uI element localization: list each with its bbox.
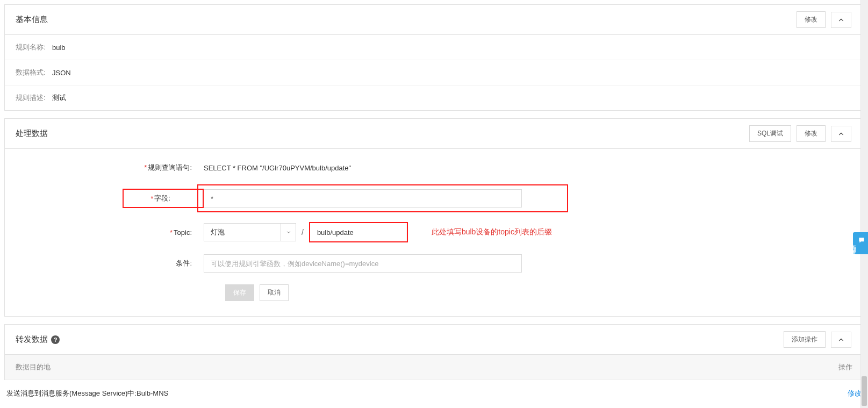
condition-label: 条件: — [176, 259, 192, 267]
field-label: 字段: — [154, 194, 170, 203]
condition-input[interactable] — [204, 254, 522, 273]
chat-icon — [857, 237, 866, 247]
process-data-title: 处理数据 — [16, 128, 48, 139]
topic-suffix-input[interactable] — [311, 224, 406, 241]
process-data-edit-button[interactable]: 修改 — [797, 125, 826, 142]
forward-data-title: 转发数据 — [16, 334, 48, 345]
rule-desc-row: 规则描述: 测试 — [5, 85, 863, 110]
vertical-scrollbar[interactable] — [860, 0, 868, 405]
topic-slash: / — [302, 228, 304, 237]
forward-data-panel: 转发数据 ? 添加操作 数据目的地 操作 — [4, 324, 864, 380]
rule-desc-label: 规则描述: — [16, 93, 52, 103]
basic-info-panel: 基本信息 修改 规则名称: bulb 数据格式: JSON 规则描述: 测试 — [4, 4, 864, 111]
forward-data-collapse-toggle[interactable] — [831, 332, 851, 348]
basic-info-collapse-toggle[interactable] — [831, 12, 851, 28]
field-input[interactable] — [204, 189, 522, 207]
basic-info-header: 基本信息 修改 — [5, 5, 863, 35]
help-icon[interactable]: ? — [51, 335, 60, 344]
col-action: 操作 — [838, 362, 852, 372]
scrollbar-thumb[interactable] — [862, 376, 867, 405]
rule-desc-value: 测试 — [52, 93, 66, 103]
topic-note: 此处填写bulb设备的topic列表的后缀 — [432, 227, 552, 237]
forward-row-edit-link[interactable]: 修改 — [848, 389, 862, 398]
form-buttons: 保存 取消 — [225, 284, 852, 301]
data-format-row: 数据格式: JSON — [5, 60, 863, 85]
field-row: *字段: — [16, 184, 852, 212]
add-operation-button[interactable]: 添加操作 — [784, 331, 826, 348]
rule-name-value: bulb — [52, 44, 66, 52]
rule-name-row: 规则名称: bulb — [5, 35, 863, 60]
sql-debug-button[interactable]: SQL调试 — [749, 125, 791, 142]
caret-down-icon — [281, 224, 296, 241]
save-button[interactable]: 保存 — [225, 284, 254, 301]
topic-label: Topic: — [174, 228, 192, 237]
chevron-up-icon — [837, 336, 845, 343]
forward-data-header: 转发数据 ? 添加操作 — [5, 325, 863, 355]
process-data-header: 处理数据 SQL调试 修改 — [5, 119, 863, 149]
chevron-up-icon — [837, 16, 845, 24]
data-format-value: JSON — [52, 69, 71, 77]
float-tab-text: 咨询·建议 — [849, 239, 857, 246]
data-format-label: 数据格式: — [16, 68, 52, 77]
condition-row: 条件: — [16, 254, 852, 273]
process-data-collapse-toggle[interactable] — [831, 126, 851, 142]
forward-table-row: 发送消息到消息服务(Message Service)中:Bulb-MNS 修改 — [4, 380, 864, 400]
query-row: *规则查询语句: SELECT * FROM "/UGlr70uPYVM/bul… — [16, 163, 852, 173]
forward-table-header: 数据目的地 操作 — [5, 355, 863, 380]
query-label: 规则查询语句: — [148, 163, 192, 171]
basic-info-body: 规则名称: bulb 数据格式: JSON 规则描述: 测试 — [5, 35, 863, 110]
query-value: SELECT * FROM "/UGlr70uPYVM/bulb/update" — [204, 164, 351, 172]
col-destination: 数据目的地 — [16, 362, 51, 372]
topic-row: *Topic: 灯泡 / 此处填写bulb设备的topic列表的后缀 — [16, 222, 852, 242]
cancel-button[interactable]: 取消 — [260, 284, 289, 301]
basic-info-title: 基本信息 — [16, 15, 48, 25]
process-data-form: *规则查询语句: SELECT * FROM "/UGlr70uPYVM/bul… — [5, 149, 863, 316]
chevron-up-icon — [837, 130, 845, 138]
rule-name-label: 规则名称: — [16, 42, 52, 52]
process-data-panel: 处理数据 SQL调试 修改 *规则查询语句: SELECT * FROM "/U… — [4, 118, 864, 317]
topic-select[interactable]: 灯泡 — [204, 223, 296, 241]
basic-info-edit-button[interactable]: 修改 — [797, 11, 826, 28]
forward-row-text: 发送消息到消息服务(Message Service)中:Bulb-MNS — [6, 389, 168, 398]
feedback-float-tab[interactable]: 咨询·建议 — [853, 232, 868, 254]
topic-select-value: 灯泡 — [211, 227, 225, 237]
